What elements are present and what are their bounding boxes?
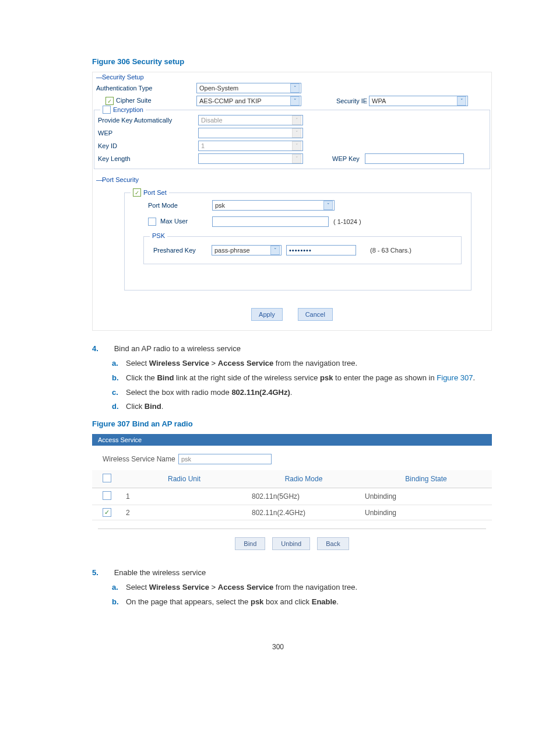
port-set-group-label: ✓ Port Set [131, 188, 169, 197]
step-4c: c. Select the box with radio mode 802.11… [112, 387, 492, 398]
step-letter: d. [112, 401, 126, 412]
encryption-checkbox[interactable] [103, 106, 111, 114]
maxuser-label: Max User [148, 218, 212, 226]
provide-key-label: Provide Key Automatically [98, 117, 198, 124]
port-mode-select[interactable]: psk ˅ [212, 200, 335, 211]
table-row: 1802.11n(5GHz)Unbinding [92, 488, 492, 505]
chevron-down-icon: ˅ [323, 201, 333, 210]
step-letter: a. [112, 358, 126, 369]
cipher-suite-select[interactable]: AES-CCMP and TKIP ˅ [196, 96, 301, 106]
maxuser-checkbox[interactable] [148, 218, 156, 226]
chevron-down-icon: ˅ [292, 116, 301, 125]
step-letter: a. [112, 582, 126, 593]
figure-307-panel: Access Service Wireless Service Name psk… [92, 434, 492, 555]
apply-button[interactable]: Apply [251, 308, 283, 321]
keylength-label: Key Length [98, 155, 198, 162]
port-security-title: —Port Security [93, 175, 491, 184]
cancel-button[interactable]: Cancel [298, 308, 333, 321]
wireless-service-name-label: Wireless Service Name [103, 455, 178, 463]
step-4-title: Bind an AP radio to a wireless service [114, 344, 241, 353]
unbind-button[interactable]: Unbind [272, 537, 310, 550]
step-letter: c. [112, 387, 126, 398]
radio-mode-header: Radio Mode [247, 470, 360, 488]
radio-unit-cell: 1 [121, 488, 247, 505]
step-4a: a. Select Wireless Service > Access Serv… [112, 358, 492, 369]
chevron-down-icon: ˅ [290, 96, 300, 106]
psk-value-input[interactable]: •••••••• [286, 245, 356, 256]
radio-table: Radio Unit Radio Mode Binding State 1802… [92, 470, 492, 520]
chevron-down-icon: ˅ [270, 246, 280, 255]
radio-mode-cell: 802.11n(5GHz) [247, 488, 360, 505]
row-checkbox[interactable]: ✓ [103, 508, 111, 517]
radio-unit-cell: 2 [121, 505, 247, 520]
binding-state-cell: Unbinding [360, 488, 492, 505]
keyid-select: 1 ˅ [198, 141, 303, 151]
wep-select: ˅ [198, 128, 303, 138]
step-5a: a. Select Wireless Service > Access Serv… [112, 582, 492, 593]
chevron-down-icon: ˅ [292, 141, 301, 150]
security-ie-label: Security IE [336, 97, 369, 104]
wireless-service-name-input[interactable]: psk [178, 454, 272, 464]
page-number: 300 [0, 643, 556, 651]
step-letter: b. [112, 373, 126, 384]
encryption-group-label: Encryption [100, 106, 146, 114]
step-5b: b. On the page that appears, select the … [112, 597, 492, 608]
binding-state-header: Binding State [360, 470, 492, 488]
security-setup-title: —Security Setup [93, 72, 491, 82]
back-button[interactable]: Back [317, 537, 349, 550]
chevron-down-icon: ˅ [292, 154, 301, 163]
figure-306-panel: —Security Setup Authentication Type Open… [92, 72, 492, 331]
step-5: 5. Enable the wireless service a. Select… [92, 568, 492, 608]
maxuser-input[interactable] [212, 216, 329, 227]
step-4-number: 4. [92, 344, 112, 355]
step-letter: b. [112, 597, 126, 608]
step-4d: d. Click Bind. [112, 401, 492, 412]
figure-307-link[interactable]: Figure 307 [437, 373, 473, 382]
keyid-label: Key ID [98, 142, 198, 149]
psk-group-label: PSK [150, 232, 167, 239]
preshared-key-label: Preshared Key [153, 247, 212, 254]
port-set-checkbox[interactable]: ✓ [133, 188, 141, 197]
step-4: 4. Bind an AP radio to a wireless servic… [92, 344, 492, 412]
wep-label: WEP [98, 130, 198, 136]
cipher-suite-checkbox[interactable]: ✓ [105, 97, 114, 105]
chevron-down-icon: ˅ [290, 83, 300, 93]
wepkey-input [365, 153, 464, 164]
chevron-down-icon: ˅ [292, 128, 301, 138]
psk-hint: (8 - 63 Chars.) [370, 247, 411, 254]
radio-unit-header: Radio Unit [121, 470, 247, 488]
maxuser-hint: ( 1-1024 ) [333, 218, 361, 225]
binding-state-cell: Unbinding [360, 505, 492, 520]
security-ie-select[interactable]: WPA ˅ [369, 96, 468, 106]
access-service-tab[interactable]: Access Service [92, 434, 492, 446]
select-all-checkbox[interactable] [103, 474, 111, 482]
step-5-number: 5. [92, 568, 112, 579]
wepkey-label: WEP Key [332, 155, 365, 162]
step-5-title: Enable the wireless service [114, 568, 206, 577]
chevron-down-icon: ˅ [457, 96, 466, 106]
auth-type-label: Authentication Type [96, 85, 196, 92]
figure-306-caption: Figure 306 Security setup [92, 57, 492, 66]
radio-mode-cell: 802.11n(2.4GHz) [247, 505, 360, 520]
figure-307-caption: Figure 307 Bind an AP radio [92, 419, 492, 428]
auth-type-select[interactable]: Open-System ˅ [196, 83, 301, 93]
bind-button[interactable]: Bind [235, 537, 265, 550]
psk-type-select[interactable]: pass-phrase ˅ [212, 245, 281, 256]
step-4b: b. Click the Bind link at the right side… [112, 373, 492, 384]
row-checkbox[interactable] [103, 491, 111, 500]
keylength-select: ˅ [198, 153, 303, 164]
cipher-suite-label: ✓Cipher Suite [96, 97, 196, 105]
provide-key-select: Disable ˅ [198, 115, 303, 125]
table-row: ✓2802.11n(2.4GHz)Unbinding [92, 505, 492, 520]
port-mode-label: Port Mode [148, 202, 212, 209]
